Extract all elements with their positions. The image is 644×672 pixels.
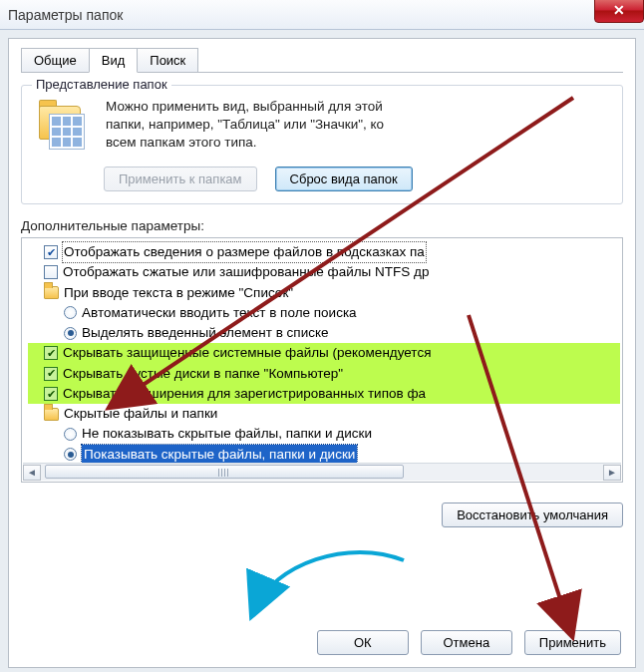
window-title: Параметры папок (8, 7, 123, 23)
folder-view-text: Можно применить вид, выбранный для этой … (106, 98, 384, 153)
radio-selected-icon (64, 327, 77, 340)
opt-hide-known-extensions[interactable]: ✔ Скрывать расширения для зарегистрирова… (28, 384, 620, 404)
titlebar: Параметры папок ✕ (0, 0, 644, 30)
opt-hidden-files-group: Скрытые файлы и папки (28, 404, 620, 424)
scroll-thumb[interactable] (45, 465, 404, 479)
checkbox-checked-icon: ✔ (44, 346, 58, 360)
tab-bar: Общие Вид Поиск (21, 47, 623, 73)
tab-view[interactable]: Вид (89, 48, 139, 73)
scroll-right-icon[interactable]: ► (603, 465, 621, 481)
folder-view-group: Представление папок Можно применить вид,… (21, 85, 623, 204)
tab-search[interactable]: Поиск (137, 48, 198, 73)
restore-defaults-button[interactable]: Восстановить умолчания (442, 503, 623, 527)
opt-hide-empty-drives[interactable]: ✔ Скрывать пустые диски в папке "Компьют… (28, 364, 620, 384)
horizontal-scrollbar[interactable]: ◄ ► (23, 463, 621, 481)
ok-button[interactable]: ОК (317, 630, 409, 655)
opt-highlight-typed[interactable]: Выделять введенный элемент в списке (28, 323, 620, 343)
radio-unselected-icon (64, 306, 77, 319)
advanced-tree[interactable]: ✔ Отображать сведения о размере файлов в… (21, 237, 623, 483)
cancel-button[interactable]: Отмена (421, 630, 512, 655)
checkbox-unchecked-icon (44, 265, 58, 279)
folder-view-legend: Представление папок (32, 77, 171, 92)
opt-list-typing-group: При вводе текста в режиме "Список" (28, 283, 620, 303)
radio-unselected-icon (64, 428, 77, 441)
folder-icon (44, 286, 59, 299)
folder-view-icon (34, 98, 94, 153)
tab-general[interactable]: Общие (21, 48, 90, 73)
apply-to-folders-button: Применить к папкам (104, 167, 257, 191)
window-close-button[interactable]: ✕ (594, 0, 644, 23)
opt-show-hidden[interactable]: Показывать скрытые файлы, папки и диски (28, 445, 620, 465)
reset-folder-view-button[interactable]: Сброс вида папок (275, 167, 413, 191)
folder-icon (44, 408, 59, 421)
apply-button[interactable]: Применить (524, 630, 621, 655)
opt-show-size-tooltips[interactable]: ✔ Отображать сведения о размере файлов в… (28, 242, 620, 262)
scroll-left-icon[interactable]: ◄ (23, 465, 41, 481)
opt-dont-show-hidden[interactable]: Не показывать скрытые файлы, папки и дис… (28, 424, 620, 444)
checkbox-checked-icon: ✔ (44, 387, 58, 401)
scroll-track[interactable] (41, 465, 603, 481)
checkbox-checked-icon: ✔ (44, 245, 58, 259)
opt-hide-protected-os-files[interactable]: ✔ Скрывать защищенные системные файлы (р… (28, 343, 620, 363)
radio-selected-icon (64, 448, 77, 461)
advanced-label: Дополнительные параметры: (21, 218, 623, 233)
dialog-body: Общие Вид Поиск Представление папок Можн… (8, 38, 636, 668)
opt-auto-type-search[interactable]: Автоматически вводить текст в поле поиск… (28, 303, 620, 323)
checkbox-checked-icon: ✔ (44, 367, 58, 381)
opt-show-ntfs-compressed[interactable]: Отображать сжатые или зашифрованные файл… (28, 262, 620, 282)
